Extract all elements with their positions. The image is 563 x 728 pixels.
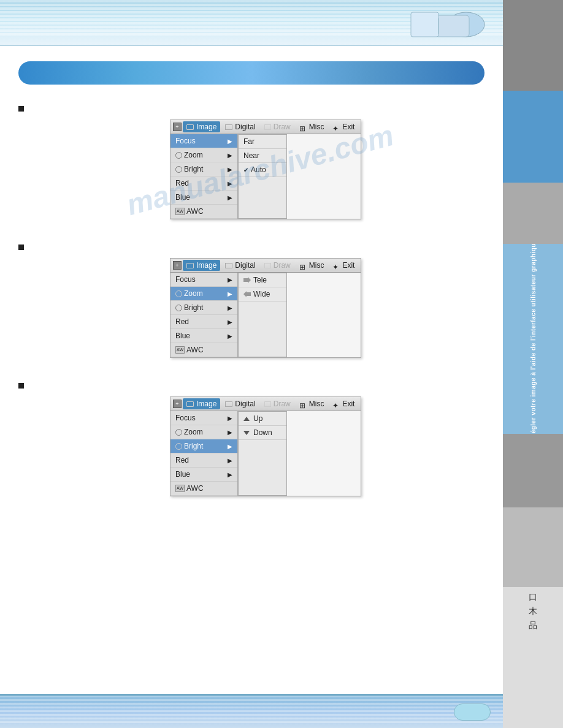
menu-cross-2[interactable]: + [173, 261, 182, 270]
menu-bright: + Image Digital Draw ⊞ M [170, 396, 361, 496]
menu-item-bright-2[interactable]: Bright ▶ [170, 301, 237, 315]
menu-item-image-2[interactable]: Image [183, 260, 220, 271]
menu-item-zoom-3[interactable]: Zoom ▶ [170, 425, 237, 439]
digital-icon-3 [225, 401, 232, 407]
menu-item-bright-3[interactable]: Bright ▶ [170, 439, 237, 453]
exit-icon-1: ✦ [332, 124, 340, 130]
menu-bar-3: + Image Digital Draw ⊞ M [170, 397, 361, 411]
misc-icon-3: ⊞ [299, 401, 307, 407]
submenu-3: Up Down [238, 411, 287, 496]
menu-cross-1[interactable]: + [173, 123, 182, 131]
menu-item-red-3[interactable]: Red ▶ [170, 453, 237, 468]
exit-icon-2: ✦ [332, 263, 340, 268]
menu-item-zoom-1[interactable]: Zoom ▶ [170, 148, 237, 162]
misc-icon-1: ⊞ [299, 124, 307, 130]
footer-oval [454, 703, 491, 721]
menu-item-awc-3[interactable]: AWAWC [170, 482, 237, 496]
header-banner [0, 0, 503, 46]
sidebar-icon-3: 品 [529, 620, 537, 631]
draw-icon-1 [264, 124, 271, 130]
monitor-icon-2 [186, 263, 194, 268]
menu-item-image-1[interactable]: Image [183, 121, 220, 132]
bullet-3 [18, 383, 24, 389]
menu-item-exit-1[interactable]: ✦ Exit [329, 121, 358, 132]
menu-item-blue-1[interactable]: Blue ▶ [170, 191, 237, 205]
tele-icon [243, 277, 251, 283]
sidebar-tab-6[interactable] [503, 507, 563, 587]
sidebar-bottom: 口 木 品 [503, 587, 563, 728]
submenu-1: Far Near ✔Auto [238, 134, 287, 219]
menu-item-misc-3[interactable]: ⊞ Misc [296, 398, 328, 409]
section-focus: + Image Digital Draw ⊞ M [18, 104, 527, 219]
up-icon [243, 417, 250, 421]
menu-item-blue-2[interactable]: Blue ▶ [170, 329, 237, 343]
submenu-down[interactable]: Down [239, 426, 286, 440]
exit-icon-3: ✦ [332, 401, 340, 407]
bullet-1 [18, 106, 24, 112]
submenu-tele[interactable]: Tele [239, 273, 286, 287]
menu-cross-3[interactable]: + [173, 400, 182, 408]
submenu-auto[interactable]: ✔Auto [239, 163, 286, 177]
draw-icon-2 [264, 263, 271, 268]
monitor-icon-1 [186, 124, 194, 130]
digital-icon-1 [225, 124, 232, 130]
menu-item-misc-1[interactable]: ⊞ Misc [296, 121, 328, 132]
menu-bar-2: + Image Digital Draw ⊞ M [170, 259, 361, 273]
menu-item-exit-3[interactable]: ✦ Exit [329, 398, 358, 409]
submenu-near[interactable]: Near [239, 149, 286, 163]
menu-item-blue-3[interactable]: Blue ▶ [170, 468, 237, 482]
digital-icon-2 [225, 263, 232, 268]
menu-item-focus-3[interactable]: Focus ▶ [170, 411, 237, 425]
menu-item-draw-1[interactable]: Draw [261, 121, 294, 132]
menu-item-image-3[interactable]: Image [183, 398, 220, 409]
menu-item-digital-3[interactable]: Digital [221, 398, 259, 409]
svg-rect-2 [411, 12, 439, 37]
submenu-2: Tele Wide [238, 273, 287, 357]
menu-item-digital-2[interactable]: Digital [221, 260, 259, 271]
menu-list-3: Focus ▶ Zoom ▶ Bright ▶ Red [170, 411, 238, 496]
submenu-far[interactable]: Far [239, 135, 286, 149]
main-content: + Image Digital Draw ⊞ M [18, 95, 527, 501]
menu-item-bright-1[interactable]: Bright ▶ [170, 162, 237, 176]
misc-icon-2: ⊞ [299, 263, 307, 268]
menu-item-focus-1[interactable]: Focus ▶ [170, 134, 237, 148]
menu-dropdown-2: Focus ▶ Zoom ▶ Bright ▶ Red [170, 273, 361, 357]
menu-item-awc-2[interactable]: AWAWC [170, 343, 237, 357]
menu-item-zoom-2[interactable]: Zoom ▶ [170, 287, 237, 301]
sidebar-rotated-text: Régler votre image à l'aide de l'interfa… [529, 244, 537, 434]
menu-item-digital-1[interactable]: Digital [221, 121, 259, 132]
menu-item-red-1[interactable]: Red ▶ [170, 176, 237, 191]
menu-bar-1: + Image Digital Draw ⊞ M [170, 120, 361, 134]
menu-zoom: + Image Digital Draw ⊞ M [170, 258, 361, 358]
menu-item-red-2[interactable]: Red ▶ [170, 315, 237, 329]
sidebar-tab-1[interactable] [503, 0, 563, 91]
wide-icon [243, 291, 251, 297]
footer-bar [0, 694, 503, 728]
menu-focus: + Image Digital Draw ⊞ M [170, 119, 361, 219]
section-bright: + Image Digital Draw ⊞ M [18, 381, 527, 496]
bullet-2 [18, 245, 24, 250]
draw-icon-3 [264, 401, 271, 407]
monitor-icon-3 [186, 401, 194, 407]
menu-item-focus-2[interactable]: Focus ▶ [170, 273, 237, 287]
menu-item-draw-2[interactable]: Draw [261, 260, 294, 271]
menu-dropdown-3: Focus ▶ Zoom ▶ Bright ▶ Red [170, 411, 361, 496]
menu-item-draw-3[interactable]: Draw [261, 398, 294, 409]
title-bar [18, 61, 484, 85]
svg-rect-1 [435, 15, 469, 37]
menu-item-exit-2[interactable]: ✦ Exit [329, 260, 358, 271]
down-icon [243, 431, 250, 435]
menu-item-misc-2[interactable]: ⊞ Misc [296, 260, 328, 271]
menu-list-1: Focus ▶ Zoom ▶ Bright ▶ Red [170, 134, 238, 219]
menu-dropdown-1: Focus ▶ Zoom ▶ Bright ▶ Red [170, 134, 361, 219]
submenu-up[interactable]: Up [239, 412, 286, 426]
menu-item-awc-1[interactable]: AWAWC [170, 205, 237, 219]
sidebar-icon-1: 口 [529, 592, 537, 603]
section-zoom: + Image Digital Draw ⊞ M [18, 243, 527, 358]
menu-list-2: Focus ▶ Zoom ▶ Bright ▶ Red [170, 273, 238, 357]
submenu-wide[interactable]: Wide [239, 287, 286, 301]
sidebar-icon-2: 木 [529, 606, 537, 617]
